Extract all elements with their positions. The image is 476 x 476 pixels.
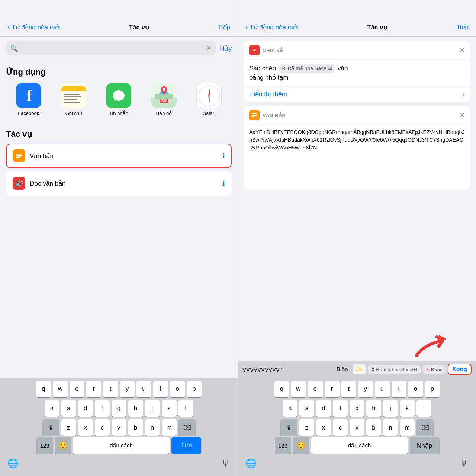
task-read-info-icon[interactable]: ℹ xyxy=(222,179,225,187)
key-n[interactable]: n xyxy=(145,419,160,436)
key-c[interactable]: c xyxy=(95,419,110,436)
mic-icon[interactable]: 🎙 xyxy=(221,458,230,469)
toolbar-share-badge[interactable]: ✂ Bảng xyxy=(423,365,446,374)
left-nav-action[interactable]: Tiếp xyxy=(218,23,230,31)
rkey-k[interactable]: k xyxy=(400,400,415,416)
app-safari[interactable]: Safari xyxy=(192,83,226,116)
key-i[interactable]: i xyxy=(153,381,168,397)
key-o[interactable]: o xyxy=(170,381,185,397)
globe-icon[interactable]: 🌐 xyxy=(7,458,19,469)
rkey-d[interactable]: d xyxy=(316,400,331,416)
key-v[interactable]: v xyxy=(112,419,126,436)
key-h[interactable]: h xyxy=(128,400,143,416)
search-clear-icon[interactable]: ✕ xyxy=(206,44,212,52)
rkey-b[interactable]: b xyxy=(366,419,381,436)
text-card-content[interactable]: AaYFmDHBEyEFBQOKg8DCgqNGRmhgamABggNBaFUL… xyxy=(244,125,470,190)
rkey-c[interactable]: c xyxy=(333,419,348,436)
rkey-r[interactable]: r xyxy=(325,381,340,397)
rkey-j[interactable]: j xyxy=(383,400,398,416)
right-back-button[interactable]: ‹ Tự động hóa mới xyxy=(245,22,298,32)
app-facebook[interactable]: f Facebook xyxy=(12,83,45,116)
app-notes[interactable]: Ghi chú xyxy=(57,83,90,116)
rkey-n[interactable]: n xyxy=(383,419,398,436)
rkey-o[interactable]: o xyxy=(408,381,423,397)
rkey-s[interactable]: s xyxy=(299,400,314,416)
key-l[interactable]: l xyxy=(178,400,193,416)
rkey-t[interactable]: t xyxy=(341,381,356,397)
rkey-x[interactable]: x xyxy=(316,419,331,436)
key-z[interactable]: z xyxy=(61,419,76,436)
key-x[interactable]: x xyxy=(78,419,93,436)
key-backspace[interactable]: ⌫ xyxy=(178,419,196,436)
rkey-u[interactable]: u xyxy=(375,381,390,397)
rkey-p[interactable]: p xyxy=(425,381,440,397)
task-text-info-icon[interactable]: ℹ xyxy=(222,152,225,160)
rkey-123[interactable]: 123 xyxy=(275,437,291,454)
left-search-bar[interactable]: 🔍 Văn bản ✕ xyxy=(6,41,216,55)
task-van-ban[interactable]: Văn bản ℹ xyxy=(6,144,232,168)
rkey-e[interactable]: e xyxy=(308,381,323,397)
key-s[interactable]: s xyxy=(61,400,76,416)
rkey-w[interactable]: w xyxy=(291,381,306,397)
key-emoji[interactable]: 😊 xyxy=(55,437,71,454)
app-messages[interactable]: Tin nhắn xyxy=(102,83,135,116)
key-space[interactable]: dấu cách xyxy=(73,437,170,454)
rkey-y[interactable]: y xyxy=(358,381,373,397)
rkey-z[interactable]: z xyxy=(299,419,314,436)
rkey-f[interactable]: f xyxy=(333,400,348,416)
key-e[interactable]: e xyxy=(70,381,84,397)
key-q[interactable]: q xyxy=(36,381,51,397)
key-k[interactable]: k xyxy=(162,400,177,416)
rkey-m[interactable]: m xyxy=(400,419,415,436)
rkey-enter[interactable]: Nhập xyxy=(410,437,440,454)
rkey-v[interactable]: v xyxy=(350,419,364,436)
toolbar-done-button[interactable]: Xong xyxy=(448,364,472,375)
task-doc-van-ban[interactable]: 🔊 Đọc văn bản ℹ xyxy=(6,171,232,196)
rkey-backspace[interactable]: ⌫ xyxy=(416,419,434,436)
rkey-shift[interactable]: ⇧ xyxy=(280,419,298,436)
key-f[interactable]: f xyxy=(95,400,110,416)
key-y[interactable]: y xyxy=(120,381,135,397)
key-d[interactable]: d xyxy=(78,400,93,416)
key-shift[interactable]: ⇧ xyxy=(42,419,60,436)
key-t[interactable]: t xyxy=(103,381,118,397)
apps-grid: f Facebook Ghi chú Tin nhắn xyxy=(0,80,238,122)
rmic-icon[interactable]: 🎙 xyxy=(460,458,469,469)
toolbar-biến-button[interactable]: Biến xyxy=(334,364,350,374)
right-keyboard: q w e r t y u i o p a s d f g h j k xyxy=(238,378,476,476)
key-search[interactable]: Tìm xyxy=(171,437,201,454)
toolbar-magic-button[interactable]: ✨ xyxy=(353,364,366,374)
key-r[interactable]: r xyxy=(86,381,101,397)
key-g[interactable]: g xyxy=(112,400,126,416)
rkey-h[interactable]: h xyxy=(366,400,381,416)
text-card: VĂN BẢN ✕ AaYFmDHBEyEFBQOKg8DCgqNGRmhgam… xyxy=(244,106,470,190)
rkey-a[interactable]: a xyxy=(283,400,298,416)
left-keyboard-globe-row: 🌐 🎙 xyxy=(0,457,238,476)
key-a[interactable]: a xyxy=(45,400,60,416)
rkey-q[interactable]: q xyxy=(274,381,289,397)
toolbar-badge[interactable]: ⚙ Đã mã hóa Base64 xyxy=(368,365,421,374)
rkey-space[interactable]: dấu cách xyxy=(311,437,408,454)
rkey-i[interactable]: i xyxy=(392,381,406,397)
key-p[interactable]: p xyxy=(187,381,202,397)
rkey-l[interactable]: l xyxy=(416,400,431,416)
rkey-g[interactable]: g xyxy=(350,400,364,416)
key-123[interactable]: 123 xyxy=(36,437,53,454)
left-back-button[interactable]: ‹ Tự động hóa mới xyxy=(7,22,60,32)
search-cancel-button[interactable]: Hủy xyxy=(220,45,232,52)
app-maps[interactable]: 280 280 Bản đồ xyxy=(147,83,181,116)
text-card-close[interactable]: ✕ xyxy=(459,111,465,119)
share-card-close[interactable]: ✕ xyxy=(459,46,465,54)
key-m[interactable]: m xyxy=(162,419,177,436)
rglobe-icon[interactable]: 🌐 xyxy=(245,458,257,469)
share-card-footer[interactable]: Hiển thị thêm › xyxy=(244,86,470,102)
tasks-section-header: Tác vụ xyxy=(0,122,238,142)
key-b[interactable]: b xyxy=(128,419,143,436)
right-nav-action[interactable]: Tiếp xyxy=(456,23,469,31)
search-input[interactable]: Văn bản xyxy=(21,45,203,52)
key-w[interactable]: w xyxy=(53,381,68,397)
key-j[interactable]: j xyxy=(145,400,160,416)
key-u[interactable]: u xyxy=(136,381,151,397)
rkey-emoji[interactable]: 😊 xyxy=(293,437,309,454)
facebook-icon: f xyxy=(16,83,41,108)
